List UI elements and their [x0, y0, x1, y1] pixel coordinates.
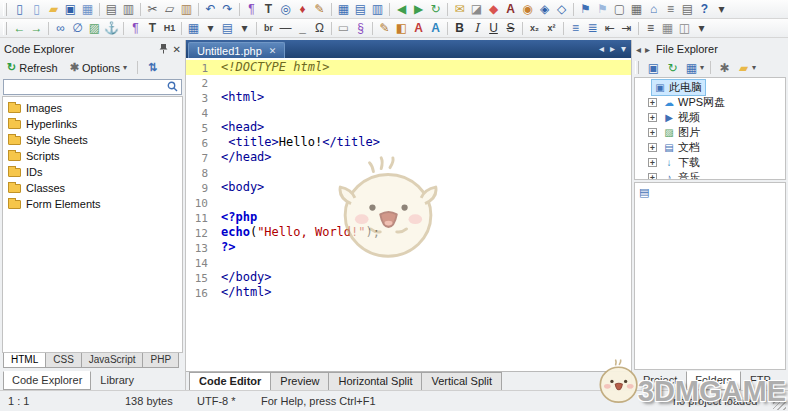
- tabs-scroll-right-icon[interactable]: ▸: [610, 43, 615, 54]
- cut-icon[interactable]: ✂: [144, 1, 161, 17]
- superscript-icon[interactable]: x²: [543, 20, 560, 36]
- print-preview-icon[interactable]: ▥: [120, 1, 137, 17]
- tree-item-form-elements[interactable]: Form Elements: [3, 196, 182, 212]
- font-icon[interactable]: A: [502, 1, 519, 17]
- toolbar-grip[interactable]: [3, 3, 7, 16]
- toolbar-grip[interactable]: [635, 61, 639, 74]
- bulleted-list-icon[interactable]: ≡: [567, 20, 584, 36]
- highlight-color-icon[interactable]: A: [427, 20, 444, 36]
- code-line[interactable]: 8: [186, 165, 631, 180]
- special-character-icon[interactable]: Ω: [311, 20, 328, 36]
- options-button[interactable]: ✱ Options ▾: [65, 59, 132, 76]
- expander-icon[interactable]: +: [648, 98, 657, 107]
- insert-column-icon[interactable]: ▥: [369, 1, 386, 17]
- insert-table-icon[interactable]: ▦: [335, 1, 352, 17]
- toolbar-grip[interactable]: [3, 22, 7, 35]
- horizontal-rule-icon[interactable]: —: [277, 20, 294, 36]
- pin-icon[interactable]: [159, 43, 168, 56]
- alerts-icon[interactable]: ◆: [485, 1, 502, 17]
- next-bookmark-icon[interactable]: ⚑: [594, 1, 611, 17]
- code-line[interactable]: 9<body>: [186, 180, 631, 195]
- sort-button[interactable]: ⇅: [143, 59, 162, 76]
- script-block-icon[interactable]: §: [352, 20, 369, 36]
- tab-library[interactable]: Library: [92, 372, 142, 389]
- code-line[interactable]: 10: [186, 195, 631, 210]
- toolbar-options-icon[interactable]: ▾: [693, 20, 710, 36]
- edit-style-icon[interactable]: ✎: [376, 20, 393, 36]
- code-line[interactable]: 14: [186, 255, 631, 270]
- help-icon[interactable]: ?: [696, 1, 713, 17]
- code-line[interactable]: 3<html>: [186, 90, 631, 105]
- tab-javascript[interactable]: JavaScript: [81, 353, 144, 368]
- tab-close-icon[interactable]: ✕: [269, 46, 277, 56]
- list-view-icon[interactable]: ≡: [662, 1, 679, 17]
- fe-item-downloads[interactable]: +↓下载: [635, 155, 785, 170]
- save-icon[interactable]: ▣: [62, 1, 79, 17]
- tab-css[interactable]: CSS: [45, 353, 82, 368]
- edit-pencil-icon[interactable]: ✎: [311, 1, 328, 17]
- expander-icon[interactable]: +: [648, 158, 657, 167]
- redo-icon[interactable]: ↷: [219, 1, 236, 17]
- insert-anchor-icon[interactable]: ⚓: [103, 20, 120, 36]
- navigate-forward-icon[interactable]: ▶: [410, 1, 427, 17]
- toolbar-options-icon[interactable]: ▾: [713, 1, 730, 17]
- folders-caret-icon[interactable]: ▾: [752, 63, 756, 72]
- fe-item-music[interactable]: +♪音乐: [635, 170, 785, 180]
- my-computer-icon[interactable]: ▣: [645, 60, 662, 76]
- tree-item-images[interactable]: Images: [3, 100, 182, 116]
- code-line[interactable]: 4: [186, 105, 631, 120]
- code-editor[interactable]: 1<!DOCTYPE html>23<html>45<head>6 <title…: [186, 58, 631, 371]
- tab-preview[interactable]: Preview: [271, 372, 329, 391]
- zoom-out-icon[interactable]: ◇: [553, 1, 570, 17]
- search-input[interactable]: [3, 79, 182, 95]
- code-line[interactable]: 12echo("Hello, World!");: [186, 225, 631, 240]
- document-tab-untitled1[interactable]: Untitled1.php ✕: [188, 42, 285, 58]
- new-window-icon[interactable]: ▢: [611, 1, 628, 17]
- code-line[interactable]: 5<head>: [186, 120, 631, 135]
- tree-item-hyperlinks[interactable]: Hyperlinks: [3, 116, 182, 132]
- expander-icon[interactable]: +: [648, 143, 657, 152]
- tab-php[interactable]: PHP: [142, 353, 179, 368]
- expander-icon[interactable]: +: [648, 173, 657, 180]
- refresh-icon[interactable]: ↻: [664, 60, 681, 76]
- new-file-icon[interactable]: ▯: [11, 1, 28, 17]
- refresh-button[interactable]: ↻ Refresh: [2, 59, 63, 76]
- fe-item-this-pc[interactable]: ▣此电脑: [635, 80, 785, 95]
- fe-item-documents[interactable]: +▤文档: [635, 140, 785, 155]
- refresh-page-icon[interactable]: ↻: [427, 1, 444, 17]
- settings-icon[interactable]: ✱: [716, 60, 733, 76]
- tabs-scroll-left-icon[interactable]: ◂: [599, 43, 604, 54]
- strikethrough-icon[interactable]: S: [502, 20, 519, 36]
- fe-item-videos[interactable]: +▶视频: [635, 110, 785, 125]
- expander-icon[interactable]: +: [648, 128, 657, 137]
- show-formatting-icon[interactable]: ¶: [243, 1, 260, 17]
- views-caret-icon[interactable]: ▾: [700, 63, 704, 72]
- text-format-icon[interactable]: T: [260, 1, 277, 17]
- search-icon[interactable]: [167, 81, 178, 92]
- tab-ftp[interactable]: FTP: [742, 372, 779, 389]
- code-line[interactable]: 1<!DOCTYPE html>: [186, 60, 631, 75]
- new-from-template-icon[interactable]: ▯: [28, 1, 45, 17]
- copy-icon[interactable]: ▱: [161, 1, 178, 17]
- non-breaking-space-icon[interactable]: _: [294, 20, 311, 36]
- line-break-icon[interactable]: br: [260, 20, 277, 36]
- borders-icon[interactable]: ▦: [659, 20, 676, 36]
- tree-item-scripts[interactable]: Scripts: [3, 148, 182, 164]
- font-color-icon[interactable]: A: [410, 20, 427, 36]
- tab-html[interactable]: HTML: [3, 353, 46, 368]
- insert-hyperlink-icon[interactable]: ∞: [52, 20, 69, 36]
- numbered-list-icon[interactable]: ≣: [584, 20, 601, 36]
- tab-project[interactable]: Project: [635, 372, 685, 389]
- forward-icon[interactable]: →: [28, 20, 45, 36]
- undo-icon[interactable]: ↶: [202, 1, 219, 17]
- code-line[interactable]: 6 <title>Hello!</title>: [186, 135, 631, 150]
- fe-forward-icon[interactable]: ▸: [645, 44, 650, 55]
- comment-icon[interactable]: ▭: [335, 20, 352, 36]
- underline-icon[interactable]: U: [485, 20, 502, 36]
- print-icon[interactable]: ▤: [103, 1, 120, 17]
- bookmark-icon[interactable]: ⚑: [577, 1, 594, 17]
- cells-menu-icon[interactable]: ▾: [236, 20, 253, 36]
- tabs-menu-icon[interactable]: ▾: [621, 43, 626, 54]
- properties-icon[interactable]: ▤: [679, 1, 696, 17]
- heading-icon[interactable]: H1: [161, 20, 178, 36]
